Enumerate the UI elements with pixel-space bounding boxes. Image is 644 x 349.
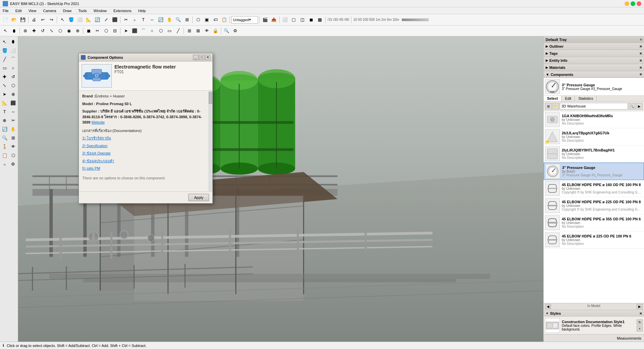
bim-rotate[interactable]: ↺ bbox=[39, 27, 47, 35]
list-item-selected[interactable]: 3" Pressure Gauge by Butch 3" Pressure G… bbox=[544, 163, 644, 180]
outliner-close-icon[interactable]: ✕ bbox=[639, 45, 642, 48]
trim-tool[interactable]: ✂ bbox=[93, 27, 101, 35]
tab-select[interactable]: Select bbox=[544, 96, 561, 101]
pan-left[interactable]: ✋ bbox=[9, 125, 17, 133]
section-cuts[interactable]: ⬦ bbox=[131, 16, 139, 24]
dialog-scroll-thumb[interactable] bbox=[209, 92, 212, 104]
section-plane[interactable]: ✂ bbox=[122, 16, 130, 24]
styles-close-icon[interactable]: ✕ bbox=[639, 312, 642, 315]
circle[interactable]: ○ bbox=[148, 27, 156, 35]
hidden-line-btn[interactable]: ◫ bbox=[298, 16, 306, 24]
comp-search-button[interactable]: 🔍 bbox=[629, 103, 635, 110]
arc[interactable]: ⌒ bbox=[139, 27, 147, 35]
zoom-tool[interactable]: 🔍 bbox=[174, 16, 182, 24]
list-item[interactable]: 45 ELBOW HDPE PIPE ø 225 OD PE 100 PN 8 … bbox=[544, 197, 644, 214]
comp-prev-btn[interactable]: ◀ bbox=[545, 304, 551, 309]
bim-scale[interactable]: ⤡ bbox=[47, 27, 55, 35]
rotate-left[interactable]: ↺ bbox=[9, 73, 17, 81]
eraser-left[interactable]: ⬜ bbox=[9, 46, 17, 54]
line[interactable]: ╱ bbox=[174, 27, 182, 35]
list-item[interactable]: 1GA KNlBOH90wHn83fieMRs by Unknown No De… bbox=[544, 111, 644, 128]
section-left[interactable]: ✂ bbox=[9, 116, 17, 124]
component-tool[interactable]: ⬡ bbox=[194, 16, 202, 24]
tab-edit[interactable]: Edit bbox=[561, 96, 575, 101]
styles-header[interactable]: ▼ Styles ✕ bbox=[544, 310, 644, 317]
scale-left[interactable]: ⤡ bbox=[1, 81, 9, 89]
maximize-button[interactable] bbox=[631, 1, 635, 6]
new-button[interactable]: 📄 bbox=[1, 16, 9, 24]
circle-left[interactable]: ○ bbox=[9, 64, 17, 72]
move-left[interactable]: ✚ bbox=[1, 73, 9, 81]
scenes-btn[interactable]: 🎬 bbox=[261, 16, 269, 24]
list-item[interactable]: 2b3JLarqTBpghiX7g6G7Uk by Unknown No Des… bbox=[544, 128, 644, 145]
layer-left[interactable]: 📋 bbox=[1, 151, 9, 159]
doc3-link[interactable]: 3) ข้อมูล Operate bbox=[82, 151, 111, 155]
followme-left[interactable]: ➤ bbox=[1, 90, 9, 98]
dim-left[interactable]: ↔ bbox=[9, 107, 17, 116]
doc4-link[interactable]: 4) ข้อมูลประกอบคำ bbox=[82, 159, 114, 163]
doc2-link[interactable]: 2) Specification bbox=[82, 144, 107, 148]
pan[interactable]: ✋ bbox=[165, 16, 174, 24]
style-new-btn[interactable]: + bbox=[637, 326, 643, 332]
shaded-btn[interactable]: ◼ bbox=[307, 16, 315, 24]
tray-options-icon[interactable]: ≡ bbox=[640, 38, 642, 41]
minimize-button[interactable] bbox=[625, 1, 629, 6]
menu-window[interactable]: Window bbox=[92, 8, 108, 13]
select-tool-left[interactable]: ↖ bbox=[1, 38, 9, 46]
untagged-dropdown[interactable]: Untagged▾ bbox=[231, 16, 258, 24]
website-link[interactable]: Website bbox=[92, 120, 105, 124]
orbit[interactable]: 🔃 bbox=[157, 16, 165, 24]
layer-tool[interactable]: 📋 bbox=[220, 16, 228, 24]
lookar-left[interactable]: 👁 bbox=[9, 142, 17, 150]
tags-close-icon[interactable]: ✕ bbox=[639, 52, 642, 55]
rotate-tool[interactable]: 🔄 bbox=[93, 16, 101, 24]
axes-left[interactable]: ⊕ bbox=[1, 116, 9, 124]
menu-view[interactable]: View bbox=[27, 8, 38, 13]
menu-file[interactable]: File bbox=[1, 8, 10, 13]
zoom-extents[interactable]: ⊞ bbox=[183, 16, 191, 24]
measure-tool[interactable]: 📐 bbox=[85, 16, 93, 24]
viewport[interactable]: Component Options _ □ ✕ bbox=[18, 36, 543, 342]
tab-statistics[interactable]: Statistics bbox=[575, 96, 597, 101]
search-btn[interactable]: 🔍 bbox=[222, 27, 231, 35]
scale-tool[interactable]: ⤢ bbox=[102, 16, 110, 24]
visibility[interactable]: 👁 bbox=[203, 27, 211, 35]
arc-left[interactable]: ⌒ bbox=[9, 55, 17, 63]
push-pull-tool[interactable]: ⬛ bbox=[111, 16, 119, 24]
open-button[interactable]: 📂 bbox=[10, 16, 18, 24]
group-tool[interactable]: ▣ bbox=[203, 16, 211, 24]
walkthr-left[interactable]: 🚶 bbox=[1, 142, 9, 150]
dialog-titlebar[interactable]: Component Options _ □ ✕ bbox=[79, 53, 212, 61]
tape-left[interactable]: ⬛ bbox=[9, 99, 17, 107]
arrow-tool[interactable]: ↖ bbox=[1, 27, 9, 35]
intersect[interactable]: ⬡ bbox=[102, 27, 110, 35]
xray-btn[interactable]: ⬜ bbox=[281, 16, 289, 24]
list-item[interactable]: 45 ELBOW HDPE PIPE ø 160 OD PE 100 PN 8 … bbox=[544, 180, 644, 197]
offset[interactable]: ⬛ bbox=[131, 27, 139, 35]
undo-button[interactable]: ↩ bbox=[39, 16, 47, 24]
list-item[interactable]: 45 ELBOW HDPE ø 225 OD PE 100 PN 6 by Un… bbox=[544, 231, 644, 249]
text-left[interactable]: T bbox=[1, 107, 9, 116]
menu-extensions[interactable]: Extensions bbox=[112, 8, 133, 13]
tag-tool[interactable]: 🏷 bbox=[211, 16, 219, 24]
sandbox-left[interactable]: ⬦ bbox=[1, 160, 9, 168]
comp-nav-button[interactable]: ▶ bbox=[636, 103, 643, 110]
settings-btn[interactable]: ⚙ bbox=[231, 27, 239, 35]
list-item[interactable]: 2IyLiRJQlBY9H7L7BmBagH#1 by Unknown No D… bbox=[544, 145, 644, 163]
bim-select[interactable]: ⊛ bbox=[21, 27, 29, 35]
zoom-left[interactable]: 🔍 bbox=[1, 134, 9, 142]
tags-header[interactable]: ▶ Tags ✕ bbox=[544, 50, 644, 57]
eraser-tool[interactable]: ⬜ bbox=[76, 16, 84, 24]
materials-header[interactable]: ▶ Materials ✕ bbox=[544, 64, 644, 71]
untag[interactable]: ⊠ bbox=[194, 27, 202, 35]
dialog-minimize-button[interactable]: _ bbox=[193, 55, 198, 60]
bim-orbit[interactable]: ◉ bbox=[65, 27, 73, 35]
rect-left[interactable]: ▭ bbox=[1, 64, 9, 72]
comp-search-input[interactable] bbox=[560, 103, 628, 110]
textured-btn[interactable]: ▩ bbox=[316, 16, 324, 24]
text-tool[interactable]: T bbox=[139, 16, 147, 24]
entity-close-icon[interactable]: ✕ bbox=[639, 59, 642, 62]
offset-left[interactable]: ⊕ bbox=[9, 90, 17, 98]
poly[interactable]: ⬡ bbox=[157, 27, 165, 35]
select-tool[interactable]: ↖ bbox=[58, 16, 66, 24]
